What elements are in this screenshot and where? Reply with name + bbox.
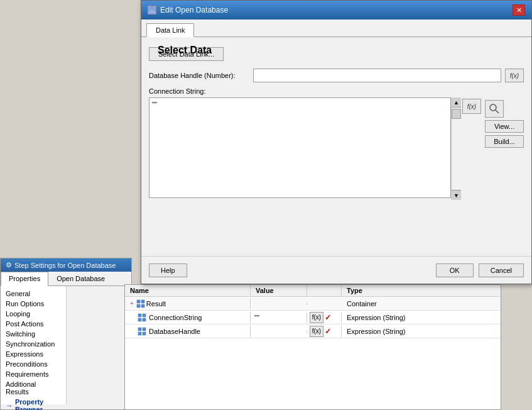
table-row: + Result Container — [125, 297, 501, 311]
result-value-col — [251, 302, 307, 305]
table-row: DatabaseHandle f(x) ✓ Expression (String… — [125, 324, 501, 338]
sidebar-item-looping[interactable]: Looping — [1, 309, 66, 319]
svg-rect-6 — [138, 318, 141, 321]
step-settings-title-text: Step Settings for Open Database — [14, 262, 116, 269]
sidebar-item-expressions[interactable]: Expressions — [1, 349, 66, 359]
conn-string-actions-col: f(x) ✓ — [307, 312, 342, 323]
grid-icon — [138, 313, 146, 322]
sidebar-item-run-options[interactable]: Run Options — [1, 299, 66, 309]
search-db-icon — [489, 103, 500, 114]
ok-button[interactable]: OK — [436, 263, 474, 277]
property-browser-label: Property Browser — [15, 398, 61, 410]
svg-rect-3 — [141, 304, 144, 308]
connection-string-buttons: View... Build... — [485, 97, 524, 200]
step-settings-tabs: Properties Open Database — [1, 272, 131, 286]
db-handle-fx-btn[interactable]: f(x) — [310, 326, 323, 337]
svg-rect-1 — [141, 300, 144, 303]
svg-rect-10 — [138, 332, 141, 335]
svg-line-16 — [496, 110, 499, 113]
conn-string-fx-btn[interactable]: f(x) — [310, 312, 323, 323]
svg-rect-4 — [138, 314, 141, 317]
header-type: Type — [342, 285, 501, 296]
result-label: Result — [146, 300, 166, 308]
grid-icon — [138, 327, 146, 336]
database-handle-fx-button[interactable]: f(x) — [505, 69, 524, 82]
footer-right-buttons: OK Cancel — [436, 263, 524, 277]
db-handle-type-col: Expression (String) — [342, 326, 501, 336]
close-button[interactable]: ✕ — [513, 4, 525, 16]
sidebar-item-property-browser[interactable]: → Property Browser — [1, 397, 66, 410]
dialog-tabs: Data Link — [141, 19, 531, 37]
sidebar-item-additional-results[interactable]: Additional Results — [1, 379, 66, 397]
cancel-button[interactable]: Cancel — [479, 263, 524, 277]
properties-header: Name Value Type — [125, 285, 501, 297]
db-handle-check: ✓ — [325, 327, 331, 336]
build-button[interactable]: Build... — [485, 135, 524, 148]
dialog-title-left: Edit Open Database — [148, 6, 228, 14]
svg-rect-8 — [138, 328, 141, 331]
svg-rect-9 — [143, 328, 146, 331]
step-settings-panel: ⚙ Step Settings for Open Database Proper… — [0, 258, 132, 410]
database-handle-row: Database Handle (Number): f(x) — [149, 69, 524, 82]
expand-icon[interactable]: + — [130, 300, 134, 307]
connection-string-section: Connection String: ▲ ▼ f(x) — [149, 87, 524, 200]
svg-rect-5 — [143, 314, 146, 317]
edit-open-database-dialog: Edit Open Database ✕ Data Link Select Da… — [141, 0, 532, 284]
dialog-footer: Help OK Cancel — [141, 256, 531, 284]
dialog-title-bar: Edit Open Database ✕ — [141, 1, 531, 19]
connection-string-container: ▲ ▼ f(x) — [149, 97, 524, 200]
connection-string-label: Connection String: — [149, 87, 524, 95]
result-type-col: Container — [342, 299, 501, 309]
sidebar-item-preconditions[interactable]: Preconditions — [1, 359, 66, 369]
textarea-scrollbar: ▲ ▼ — [451, 97, 461, 200]
db-handle-actions-col: f(x) ✓ — [307, 326, 342, 337]
svg-rect-11 — [143, 332, 146, 335]
step-sidebar: General Run Options Looping Post Actions… — [1, 286, 67, 404]
conn-string-name-col: ConnectionString — [125, 312, 251, 323]
sidebar-item-post-actions[interactable]: Post Actions — [1, 319, 66, 329]
database-icon — [148, 6, 156, 14]
conn-string-check: ✓ — [325, 313, 331, 322]
arrow-icon: → — [6, 402, 13, 409]
database-handle-label: Database Handle (Number): — [149, 72, 249, 79]
connection-string-textarea[interactable] — [149, 97, 451, 198]
grid-icon — [136, 299, 145, 308]
conn-string-label: ConnectionString — [149, 314, 202, 321]
connection-string-fx-button[interactable]: f(x) — [462, 99, 481, 114]
properties-table: Name Value Type + Result Container Conne… — [124, 284, 501, 410]
database-handle-input[interactable] — [253, 69, 501, 82]
sidebar-item-switching[interactable]: Switching — [1, 329, 66, 339]
sidebar-item-synchronization[interactable]: Synchronization — [1, 339, 66, 349]
db-handle-label: DatabaseHandle — [149, 328, 200, 335]
sidebar-item-general[interactable]: General — [1, 289, 66, 299]
header-name: Name — [125, 285, 251, 296]
db-handle-name-col: DatabaseHandle — [125, 326, 251, 337]
tab-properties[interactable]: Properties — [1, 272, 48, 286]
help-button[interactable]: Help — [149, 263, 187, 277]
table-row: ConnectionString "" f(x) ✓ Expression (S… — [125, 311, 501, 324]
select-data-heading: Select Data — [158, 45, 212, 56]
dialog-title-icon — [148, 6, 156, 14]
tab-data-link[interactable]: Data Link — [146, 23, 194, 37]
db-handle-value-col — [251, 330, 307, 333]
connection-icon-button[interactable] — [485, 100, 504, 118]
svg-rect-7 — [143, 318, 146, 321]
svg-rect-0 — [137, 300, 140, 303]
header-value: Value — [251, 285, 307, 296]
svg-point-15 — [490, 104, 496, 111]
header-actions — [307, 285, 342, 296]
tab-open-database[interactable]: Open Database — [48, 272, 113, 285]
svg-point-14 — [149, 10, 155, 13]
step-content: General Run Options Looping Post Actions… — [1, 286, 131, 404]
dialog-body: Select Data Link... Database Handle (Num… — [141, 37, 531, 210]
dialog-title-text: Edit Open Database — [160, 6, 228, 14]
result-name-col: + Result — [125, 298, 251, 309]
svg-rect-2 — [137, 304, 140, 308]
conn-string-type-col: Expression (String) — [342, 313, 501, 323]
conn-string-value-col: "" — [251, 313, 307, 323]
step-settings-icon: ⚙ — [6, 261, 12, 269]
step-settings-title-bar: ⚙ Step Settings for Open Database — [1, 258, 131, 272]
view-button[interactable]: View... — [485, 120, 524, 133]
sidebar-item-requirements[interactable]: Requirements — [1, 369, 66, 379]
